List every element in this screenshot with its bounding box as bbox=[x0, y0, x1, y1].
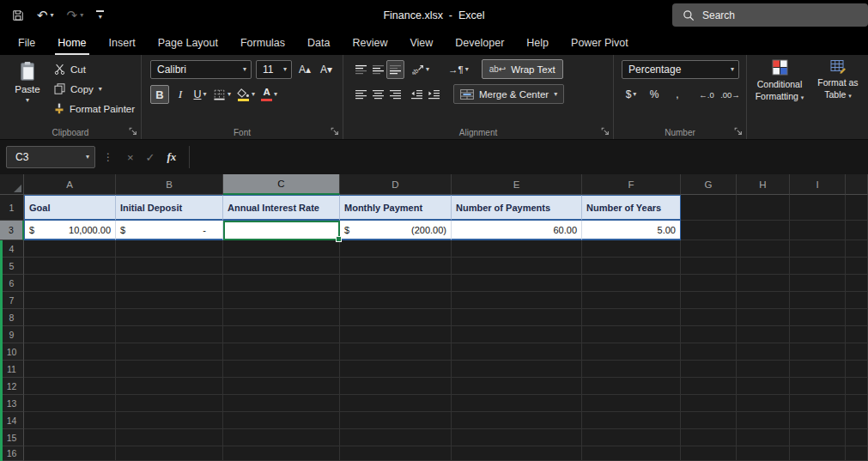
cell-h10[interactable] bbox=[737, 343, 790, 361]
cell-b11[interactable] bbox=[116, 361, 223, 378]
column-header-f[interactable]: F bbox=[582, 174, 681, 195]
cell-e4[interactable] bbox=[452, 240, 582, 258]
format-as-table-button[interactable]: Format as Table ▾ bbox=[811, 59, 865, 102]
row-header-11[interactable]: 11 bbox=[0, 361, 24, 378]
cell-e12[interactable] bbox=[452, 378, 582, 395]
cell-e1[interactable]: Number of Payments bbox=[452, 195, 582, 221]
cell-i8[interactable] bbox=[790, 309, 846, 326]
cancel-icon[interactable]: × bbox=[127, 151, 134, 164]
cell-overflow11[interactable] bbox=[846, 361, 868, 378]
cell-g6[interactable] bbox=[681, 275, 737, 292]
cell-a13[interactable] bbox=[24, 395, 116, 412]
tab-file[interactable]: File bbox=[7, 30, 46, 55]
row-header-13[interactable]: 13 bbox=[0, 395, 24, 412]
cell-d3[interactable]: $(200.00) bbox=[340, 221, 452, 240]
tab-review[interactable]: Review bbox=[341, 30, 398, 55]
undo-button[interactable]: ↶ ▾ bbox=[37, 9, 54, 21]
cell-f1[interactable]: Number of Years bbox=[582, 195, 681, 221]
align-bottom-button[interactable] bbox=[386, 60, 404, 79]
cell-i6[interactable] bbox=[790, 275, 846, 292]
cell-g4[interactable] bbox=[681, 240, 737, 258]
cell-f8[interactable] bbox=[582, 309, 681, 326]
column-header-overflow[interactable] bbox=[846, 174, 868, 195]
cell-overflow10[interactable] bbox=[846, 343, 868, 361]
cell-g9[interactable] bbox=[681, 326, 737, 343]
column-header-g[interactable]: G bbox=[681, 174, 737, 195]
cell-a9[interactable] bbox=[24, 326, 116, 343]
cell-i11[interactable] bbox=[790, 361, 846, 378]
font-name-select[interactable]: Calibri ▾ bbox=[150, 60, 252, 79]
cell-a4[interactable] bbox=[24, 240, 116, 258]
tab-data[interactable]: Data bbox=[296, 30, 341, 55]
cell-c16[interactable] bbox=[223, 446, 340, 461]
cell-b13[interactable] bbox=[116, 395, 223, 412]
customize-quick-access-button[interactable]: ▾ bbox=[96, 10, 104, 21]
cell-b14[interactable] bbox=[116, 412, 223, 429]
cell-i15[interactable] bbox=[790, 429, 846, 446]
decrease-decimal-button[interactable]: .00→ bbox=[721, 85, 739, 104]
cell-i4[interactable] bbox=[790, 240, 846, 258]
column-header-d[interactable]: D bbox=[340, 174, 452, 195]
cell-g11[interactable] bbox=[681, 361, 737, 378]
name-box[interactable]: C3 ▾ bbox=[6, 146, 95, 168]
cell-h4[interactable] bbox=[737, 240, 790, 258]
cell-h16[interactable] bbox=[737, 446, 790, 461]
cell-overflow5[interactable] bbox=[846, 258, 868, 275]
cell-e3[interactable]: 60.00 bbox=[452, 221, 582, 240]
cell-i5[interactable] bbox=[790, 258, 846, 275]
cell-c11[interactable] bbox=[223, 361, 340, 378]
cell-overflow13[interactable] bbox=[846, 395, 868, 412]
cell-c3[interactable] bbox=[223, 221, 340, 240]
cell-overflow3[interactable] bbox=[846, 221, 868, 240]
number-format-select[interactable]: Percentage ▾ bbox=[622, 60, 739, 79]
column-header-e[interactable]: E bbox=[452, 174, 582, 195]
cell-d14[interactable] bbox=[340, 412, 452, 429]
cell-a6[interactable] bbox=[24, 275, 116, 292]
bold-button[interactable]: B bbox=[150, 85, 169, 104]
cell-c5[interactable] bbox=[223, 258, 340, 275]
cell-d11[interactable] bbox=[340, 361, 452, 378]
cell-a15[interactable] bbox=[24, 429, 116, 446]
formula-input[interactable] bbox=[189, 146, 868, 168]
cell-b16[interactable] bbox=[116, 446, 223, 461]
format-painter-button[interactable]: Format Painter bbox=[54, 101, 135, 116]
cell-i9[interactable] bbox=[790, 326, 846, 343]
decrease-indent-button[interactable] bbox=[408, 85, 425, 104]
cell-g5[interactable] bbox=[681, 258, 737, 275]
cell-d8[interactable] bbox=[340, 309, 452, 326]
cell-b5[interactable] bbox=[116, 258, 223, 275]
cell-d15[interactable] bbox=[340, 429, 452, 446]
redo-button[interactable]: ↷ ▾ bbox=[67, 9, 84, 21]
cell-d4[interactable] bbox=[340, 240, 452, 258]
enter-icon[interactable]: ✓ bbox=[146, 151, 155, 164]
row-header-10[interactable]: 10 bbox=[0, 343, 24, 361]
cell-f5[interactable] bbox=[582, 258, 681, 275]
underline-button[interactable]: U ▾ bbox=[191, 85, 209, 104]
cell-g8[interactable] bbox=[681, 309, 737, 326]
cell-h1[interactable] bbox=[737, 195, 790, 221]
increase-indent-button[interactable] bbox=[425, 85, 442, 104]
tab-insert[interactable]: Insert bbox=[98, 30, 147, 55]
cell-a10[interactable] bbox=[24, 343, 116, 361]
cell-f11[interactable] bbox=[582, 361, 681, 378]
increase-font-size-button[interactable]: A▴ bbox=[296, 60, 313, 79]
row-header-1[interactable]: 1 bbox=[0, 195, 24, 221]
column-header-c[interactable]: C bbox=[223, 174, 340, 195]
cell-e15[interactable] bbox=[452, 429, 582, 446]
dialog-launcher-icon[interactable] bbox=[331, 127, 339, 136]
cell-c1[interactable]: Annual Interest Rate bbox=[223, 195, 340, 221]
row-header-7[interactable]: 7 bbox=[0, 292, 24, 309]
cell-c14[interactable] bbox=[223, 412, 340, 429]
copy-button[interactable]: Copy ▾ bbox=[54, 82, 135, 96]
cell-h3[interactable] bbox=[737, 221, 790, 240]
tab-developer[interactable]: Developer bbox=[444, 30, 515, 55]
select-all-button[interactable] bbox=[0, 174, 24, 195]
cell-i10[interactable] bbox=[790, 343, 846, 361]
tab-page-layout[interactable]: Page Layout bbox=[147, 30, 229, 55]
cell-h13[interactable] bbox=[737, 395, 790, 412]
cell-i13[interactable] bbox=[790, 395, 846, 412]
cell-d12[interactable] bbox=[340, 378, 452, 395]
cell-i12[interactable] bbox=[790, 378, 846, 395]
cell-g10[interactable] bbox=[681, 343, 737, 361]
accounting-format-button[interactable]: $ ▾ bbox=[622, 85, 640, 104]
